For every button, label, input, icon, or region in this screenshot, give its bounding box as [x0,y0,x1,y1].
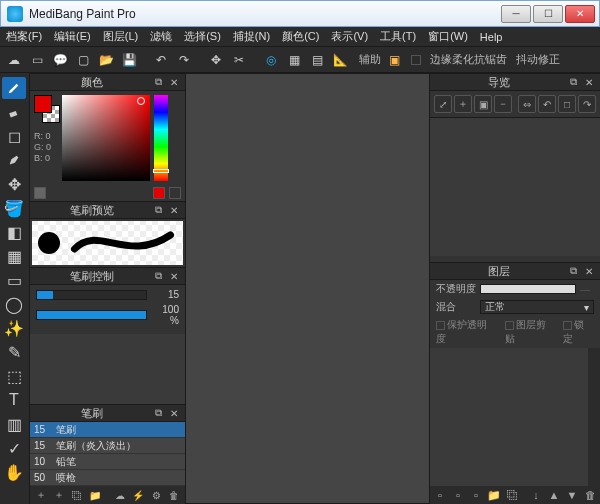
maximize-button[interactable]: ☐ [533,5,563,23]
bolt-icon[interactable]: ⚡ [131,488,145,502]
select-erase-tool[interactable]: ⬚ [2,365,26,387]
close-panel-icon[interactable]: ✕ [167,269,181,283]
menu-help[interactable]: Help [480,31,503,43]
crop-icon[interactable]: ✂ [229,50,249,70]
text-tool[interactable]: T [2,389,26,411]
clip-checkbox[interactable] [505,321,514,330]
lock-checkbox[interactable] [563,321,572,330]
zoom-out-icon[interactable]: － [494,95,512,113]
rotate-reset-icon[interactable]: □ [558,95,576,113]
opacity-slider[interactable] [36,310,147,320]
menu-filter[interactable]: 滤镜 [150,29,172,44]
layer-up-icon[interactable]: ▲ [546,488,562,502]
flip-icon[interactable]: ⇔ [518,95,536,113]
color-field[interactable] [62,95,150,181]
close-panel-icon[interactable]: ✕ [167,203,181,217]
layer-down-icon[interactable]: ▼ [564,488,580,502]
popout-icon[interactable]: ⧉ [566,264,580,278]
gear-icon[interactable]: ⚙ [149,488,163,502]
new-layer2-icon[interactable]: ▫ [450,488,466,502]
pen-select-tool[interactable]: ✎ [2,341,26,363]
menu-select[interactable]: 选择(S) [184,29,221,44]
popout-icon[interactable] [169,187,181,199]
merge-down-icon[interactable]: ↓ [528,488,544,502]
menu-tool[interactable]: 工具(T) [380,29,416,44]
target-icon[interactable]: ◎ [261,50,281,70]
wand-tool[interactable]: ✨ [2,317,26,339]
menu-layer[interactable]: 图层(L) [103,29,138,44]
fill-tool[interactable]: 🪣 [2,197,26,219]
close-panel-icon[interactable]: ✕ [582,75,596,89]
open-icon[interactable]: 📂 [96,50,116,70]
close-panel-icon[interactable]: ✕ [167,75,181,89]
foreground-swatch[interactable] [34,95,52,113]
popout-icon[interactable]: ⧉ [566,75,580,89]
ruler3-icon[interactable]: 📐 [330,50,350,70]
add-brush2-icon[interactable]: ＋ [52,488,66,502]
blend-mode-select[interactable]: 正常▾ [480,300,594,314]
minimize-button[interactable]: ─ [501,5,531,23]
pen-tool[interactable] [2,149,26,171]
layer-opacity-slider[interactable] [480,284,576,294]
redo-icon[interactable]: ↷ [174,50,194,70]
ruler2-icon[interactable]: ▤ [307,50,327,70]
menu-snap[interactable]: 捕捉(N) [233,29,270,44]
popout-icon[interactable]: ⧉ [151,203,165,217]
ruler1-icon[interactable]: ▦ [284,50,304,70]
new-layer-icon[interactable]: ▫ [432,488,448,502]
navigator-area[interactable] [430,118,600,256]
new-folder-icon[interactable]: 📁 [486,488,502,502]
zoom-in-icon[interactable]: ＋ [454,95,472,113]
select-rect-tool[interactable]: ▭ [2,269,26,291]
rect-icon[interactable]: ▢ [73,50,93,70]
gradient-tool[interactable]: ▦ [2,245,26,267]
menu-window[interactable]: 窗口(W) [428,29,468,44]
rotate-ccw-icon[interactable]: ↶ [538,95,556,113]
canvas-area[interactable] [185,73,430,504]
layer-list[interactable] [430,348,600,486]
popout-icon[interactable]: ⧉ [151,406,165,420]
trash-icon[interactable]: 🗑 [167,488,181,502]
size-slider[interactable] [36,290,147,300]
menu-view[interactable]: 表示(V) [331,29,368,44]
popout-icon[interactable]: ⧉ [151,269,165,283]
cloud-icon[interactable]: ☁ [4,50,24,70]
delete-layer-icon[interactable]: 🗑 [582,488,598,502]
palette-btn[interactable] [34,187,46,199]
dup-layer-icon[interactable]: ⿻ [504,488,520,502]
panel-tool[interactable]: ▥ [2,413,26,435]
menu-color[interactable]: 颜色(C) [282,29,319,44]
zoom-fit-icon[interactable]: ⤢ [434,95,452,113]
eyedrop-tool[interactable]: ✓ [2,437,26,459]
close-panel-icon[interactable]: ✕ [167,406,181,420]
brush-row[interactable]: 15笔刷（炎入淡出） [30,438,185,454]
hue-bar[interactable] [154,95,168,181]
popout-icon[interactable]: ⧉ [151,75,165,89]
zoom-100-icon[interactable]: ▣ [474,95,492,113]
assist-icon[interactable]: ▣ [384,50,404,70]
add-brush-icon[interactable]: ＋ [34,488,48,502]
antialias-checkbox[interactable] [411,55,421,65]
dup-brush-icon[interactable]: ⿻ [70,488,84,502]
close-panel-icon[interactable]: ✕ [582,264,596,278]
comment-icon[interactable]: 💬 [50,50,70,70]
menu-edit[interactable]: 编辑(E) [54,29,91,44]
brush-tool[interactable] [2,77,26,99]
bucket-tool[interactable]: ◧ [2,221,26,243]
menu-file[interactable]: 档案(F) [6,29,42,44]
protect-alpha-checkbox[interactable] [436,321,445,330]
cloud-brush-icon[interactable]: ☁ [113,488,127,502]
lasso-tool[interactable]: ◯ [2,293,26,315]
move-tool[interactable]: ✥ [2,173,26,195]
brush-row[interactable]: 15笔刷 [30,422,185,438]
transform-icon[interactable]: ✥ [206,50,226,70]
new-layer3-icon[interactable]: ▫ [468,488,484,502]
brush-row[interactable]: 10铅笔 [30,454,185,470]
palette-red[interactable] [153,187,165,199]
undo-icon[interactable]: ↶ [151,50,171,70]
rotate-cw-icon[interactable]: ↷ [578,95,596,113]
eraser-tool[interactable] [2,101,26,123]
shape-tool[interactable]: ◻ [2,125,26,147]
hand-tool[interactable]: ✋ [2,461,26,483]
new-icon[interactable]: ▭ [27,50,47,70]
